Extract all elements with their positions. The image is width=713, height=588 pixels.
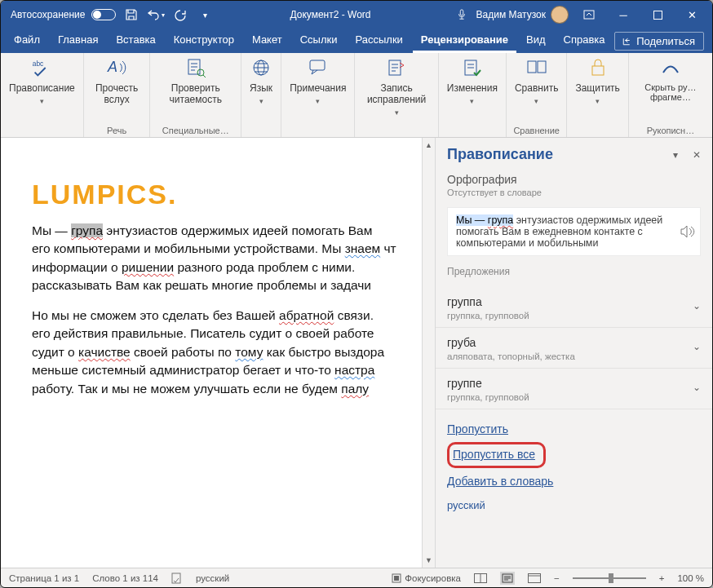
spelling-button[interactable]: abcПравописание [4, 56, 80, 118]
language-button[interactable]: Язык [245, 56, 277, 118]
page-heading: LUMPICS. [32, 179, 415, 210]
tab-рецензирование[interactable]: Рецензирование [413, 29, 516, 53]
svg-rect-2 [653, 11, 662, 19]
svg-rect-13 [538, 61, 546, 73]
tab-макет[interactable]: Макет [244, 29, 290, 53]
undo-icon[interactable]: ▾ [147, 6, 165, 24]
readability-button[interactable]: Проверить читаемость [153, 56, 237, 118]
zoom-out-button[interactable]: − [554, 573, 560, 583]
svg-rect-9 [310, 60, 325, 70]
avatar[interactable] [551, 6, 569, 24]
page-count[interactable]: Страница 1 из 1 [9, 573, 79, 583]
chevron-down-icon[interactable]: ⌄ [693, 295, 701, 312]
svg-text:abc: abc [33, 60, 44, 68]
globe-icon [250, 56, 272, 79]
tab-рассылки[interactable]: Рассылки [347, 29, 410, 53]
tab-вставка[interactable]: Вставка [108, 29, 163, 53]
menu-bar: ФайлГлавнаяВставкаКонструкторМакетСсылки… [1, 29, 712, 53]
speak-icon[interactable] [680, 225, 695, 238]
zoom-in-button[interactable]: + [659, 573, 665, 583]
zoom-slider[interactable] [573, 577, 646, 579]
svg-rect-12 [528, 61, 536, 73]
minimize-button[interactable]: ─ [606, 1, 640, 29]
close-button[interactable]: ✕ [675, 1, 709, 29]
skip-button[interactable]: Пропустить [447, 422, 701, 435]
pane-close-icon[interactable]: ✕ [693, 149, 701, 161]
status-bar: Страница 1 из 1 Слово 1 из 114 русский Ф… [1, 568, 712, 587]
abc-check-icon: abc [30, 56, 53, 79]
comment-icon [307, 56, 330, 79]
suggestion-item[interactable]: группегруппка, групповой⌄ [436, 369, 712, 409]
mic-icon[interactable] [447, 9, 476, 20]
focus-mode-button[interactable]: Фокусировка [392, 573, 461, 583]
zoom-value[interactable]: 100 % [677, 573, 704, 583]
tab-справка[interactable]: Справка [556, 29, 613, 53]
vertical-scrollbar[interactable]: ▲ ▼ [422, 138, 435, 568]
paragraph-2: Но мы не сможем это сделать без Вашей аб… [32, 307, 415, 398]
compare-button[interactable]: Сравнить [510, 56, 563, 118]
scroll-down-icon[interactable]: ▼ [423, 555, 435, 566]
status-language[interactable]: русский [196, 573, 229, 583]
changes-icon [461, 56, 484, 79]
view-print-icon[interactable] [500, 572, 515, 585]
read-aloud-button[interactable]: AПрочесть вслух [87, 56, 147, 118]
autosave-toggle[interactable] [91, 9, 116, 20]
autosave-label: Автосохранение [11, 9, 85, 20]
word-count[interactable]: Слово 1 из 114 [92, 573, 158, 583]
proofing-icon[interactable] [171, 573, 183, 584]
lock-icon [587, 56, 609, 79]
window-title: Документ2 - Word [214, 9, 446, 20]
chevron-down-icon[interactable]: ⌄ [693, 336, 701, 352]
redo-icon[interactable] [171, 6, 189, 24]
document-page: LUMPICS. Мы — група энтузиастов одержимы… [1, 138, 422, 568]
maximize-button[interactable] [640, 1, 675, 29]
pane-subtitle: Орфография [436, 170, 712, 188]
protect-button[interactable]: Защитить [570, 56, 624, 118]
skip-all-button[interactable]: Пропустить все [453, 448, 535, 461]
tab-главная[interactable]: Главная [50, 29, 106, 53]
sentence-preview: Мы — група энтузиастов одержимых идеей п… [447, 207, 701, 256]
compare-icon [525, 56, 548, 79]
pane-options-icon[interactable]: ▾ [673, 149, 678, 161]
svg-text:A: A [107, 59, 117, 75]
suggestions-header: Предложения [436, 261, 712, 282]
svg-rect-20 [528, 573, 540, 582]
track-changes-button[interactable]: Запись исправлений [358, 56, 434, 118]
suggestion-item[interactable]: группагруппка, групповой⌄ [436, 287, 712, 328]
svg-point-6 [197, 69, 204, 76]
changes-button[interactable]: Изменения [442, 56, 503, 118]
absent-label: Отсутствует в словаре [436, 188, 712, 202]
title-bar: Автосохранение ▾ ▾ Документ2 - Word Вади… [1, 1, 712, 29]
svg-rect-14 [592, 66, 604, 75]
skip-all-callout: Пропустить все [447, 442, 546, 468]
ink-icon [659, 56, 682, 79]
read-aloud-icon: A [105, 56, 128, 79]
spelling-error[interactable]: група [71, 223, 103, 237]
tab-ссылки[interactable]: Ссылки [292, 29, 346, 53]
paragraph-1: Мы — група энтузиастов одержимых идеей п… [32, 222, 415, 295]
qat-customize-icon[interactable]: ▾ [196, 6, 214, 24]
view-web-icon[interactable] [528, 573, 541, 583]
add-dictionary-button[interactable]: Добавить в словарь [447, 475, 701, 488]
ribbon-options-icon[interactable] [572, 1, 606, 29]
share-button[interactable]: Поделиться [614, 32, 704, 51]
svg-rect-1 [584, 11, 594, 19]
save-icon[interactable] [122, 6, 140, 24]
document-area[interactable]: LUMPICS. Мы — група энтузиастов одержимы… [1, 138, 422, 568]
scroll-up-icon[interactable]: ▲ [423, 139, 435, 151]
track-icon [385, 56, 408, 79]
svg-rect-17 [394, 576, 399, 581]
view-read-icon[interactable] [474, 573, 487, 583]
svg-rect-0 [460, 10, 463, 15]
suggestion-item[interactable]: грубааляповата, топорный, жестка⌄ [436, 328, 712, 369]
chevron-down-icon[interactable]: ⌄ [693, 377, 701, 393]
user-name: Вадим Матузок [476, 9, 546, 20]
hide-ink-button[interactable]: Скрыть ру… фрагме… [632, 56, 709, 118]
tab-файл[interactable]: Файл [6, 29, 48, 53]
comments-button[interactable]: Примечания [285, 56, 351, 118]
spelling-pane: Правописание ▾✕ Орфография Отсутствует в… [435, 138, 712, 568]
tab-конструктор[interactable]: Конструктор [166, 29, 242, 53]
tab-вид[interactable]: Вид [518, 29, 554, 53]
pane-language[interactable]: русский [436, 491, 712, 519]
readability-icon [184, 56, 207, 79]
